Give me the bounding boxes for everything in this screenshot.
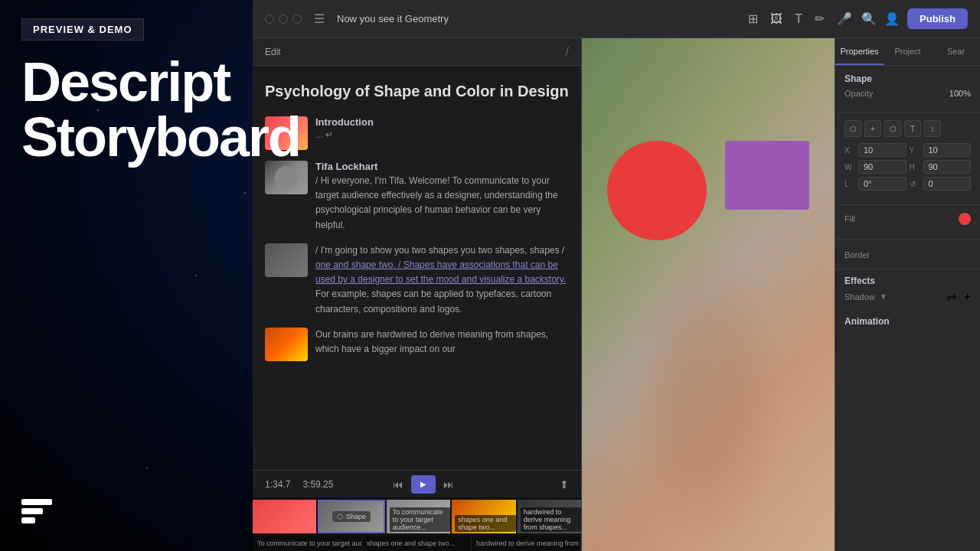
window-dot-minimize[interactable]: [279, 15, 288, 24]
toolbar-slash: /: [566, 45, 569, 59]
transform-grid: X 10 Y 10 W 90 H 90: [844, 143, 971, 191]
user-icon[interactable]: 👤: [884, 11, 900, 26]
right-panel-tabs: Properties Project Sear: [835, 38, 980, 66]
opacity-value: 100%: [949, 89, 971, 98]
fill-row: Fill: [844, 213, 971, 225]
subtitle-1: To communicate to your target audience..…: [253, 536, 362, 551]
w-label: W: [844, 163, 855, 171]
section-label-tifa: Tifa Lockhart: [315, 161, 569, 172]
x-field: X 10: [844, 143, 906, 157]
tab-project[interactable]: Project: [884, 38, 932, 65]
filmstrip-label-5: hardwired to derive meaning from shapes.…: [521, 507, 581, 532]
app-title: Now you see it Geometry: [337, 13, 739, 24]
shape-icon: ⬡: [337, 513, 343, 520]
hamburger-icon[interactable]: ☰: [311, 8, 328, 29]
shadow-chevron[interactable]: ▼: [880, 292, 887, 301]
section-item-shapes: / I'm going to show you two shapes you t…: [265, 243, 569, 317]
timeline-bar: 1:34.7 3:59.25 ⏮ ▶ ⏭ ⬆: [253, 470, 581, 497]
text-icon[interactable]: T: [795, 12, 802, 26]
h-field: H 90: [910, 160, 972, 174]
window-dot-maximize[interactable]: [292, 15, 302, 24]
x-label: X: [844, 146, 855, 155]
shadow-add-icon[interactable]: +: [964, 290, 971, 304]
thumb-brain: [265, 328, 308, 361]
shape-purple-rect[interactable]: [725, 141, 809, 210]
effects-section: Effects Shadow ▼ ⇌ +: [835, 269, 980, 310]
editor-pane: Edit / Psychology of Shape and Color in …: [253, 38, 582, 551]
shadow-adjust-icon[interactable]: ⇌: [946, 289, 956, 304]
play-button[interactable]: ▶: [411, 475, 436, 494]
align-section: ⬡ + ⬡ T ↕ X 10 Y 10: [835, 112, 980, 205]
align-text-btn[interactable]: T: [904, 120, 921, 137]
logo-bar-3: [21, 517, 35, 523]
align-left-btn[interactable]: ⬡: [844, 120, 861, 137]
editor-body[interactable]: Psychology of Shape and Color in Design …: [253, 66, 581, 470]
y-value[interactable]: 10: [923, 143, 972, 157]
fill-section: Fill: [835, 205, 980, 240]
x-value[interactable]: 10: [858, 143, 906, 157]
image-icon[interactable]: 🖼: [770, 12, 782, 26]
draw-icon[interactable]: ✏: [815, 11, 825, 26]
align-center-btn[interactable]: +: [864, 120, 881, 137]
mic-icon[interactable]: 🎤: [837, 11, 852, 26]
subtitle-bar: To communicate to your target audience..…: [253, 536, 581, 551]
y-label: Y: [910, 146, 920, 155]
preview-pane: [582, 38, 835, 551]
r-value[interactable]: 0: [923, 177, 972, 191]
y-field: Y 10: [910, 143, 972, 157]
filmstrip-item-3[interactable]: To communicate to your target audience..…: [387, 500, 450, 533]
shadow-row: Shadow ▼ ⇌ +: [835, 289, 980, 310]
filmstrip-label-4: shapes one and shape two...: [455, 515, 515, 532]
underline-shapes: one and shape two. / Shapes have associa…: [315, 259, 566, 285]
section-text-tifa: Tifa Lockhart / Hi everyone, I'm Tifa. W…: [315, 161, 569, 233]
fill-label: Fill: [844, 214, 855, 223]
shape-label: Shape: [346, 513, 366, 520]
fill-color-swatch[interactable]: [959, 213, 971, 225]
border-section: Border: [835, 240, 980, 269]
opacity-row: Opacity 100%: [844, 89, 971, 98]
shadow-label: Shadow: [844, 292, 875, 302]
publish-button[interactable]: Publish: [907, 8, 968, 29]
filmstrip-item-1[interactable]: [253, 500, 316, 533]
grid-icon[interactable]: ⊞: [748, 11, 758, 26]
window-dot-close[interactable]: [265, 15, 274, 24]
person-silhouette: [632, 243, 785, 551]
left-panel: PREVIEW & DEMO Descript Storyboard: [0, 0, 253, 551]
section-body-tifa: / Hi everyone, I'm Tifa. Welcome! To com…: [315, 174, 569, 233]
align-right-btn[interactable]: ⬡: [884, 120, 901, 137]
section-text-intro: Introduction ... ↵: [315, 116, 569, 143]
doc-title: Psychology of Shape and Color in Design: [265, 81, 569, 101]
section-text-brain: Our brains are hardwired to derive meani…: [315, 328, 569, 357]
toolbar-icons: ⊞ 🖼 T ✏ 🎤: [748, 11, 852, 26]
section-dots-intro: ... ↵: [315, 129, 569, 140]
l-value[interactable]: 0°: [858, 177, 906, 191]
title-bar-right: 🔍 👤 Publish: [861, 8, 968, 29]
l-label: L: [844, 180, 855, 188]
shape-badge: ⬡ Shape: [332, 511, 371, 522]
preview-badge: PREVIEW & DEMO: [21, 18, 144, 41]
section-text-shapes: / I'm going to show you two shapes you t…: [315, 243, 569, 317]
current-time: 1:34.7: [265, 479, 290, 490]
search-icon[interactable]: 🔍: [861, 11, 877, 26]
skip-forward-button[interactable]: ⏭: [443, 478, 454, 491]
expand-icon[interactable]: ⬆: [560, 478, 569, 491]
align-text2-btn[interactable]: ↕: [924, 120, 941, 137]
descript-logo-icon: [21, 493, 58, 530]
skip-back-button[interactable]: ⏮: [393, 478, 403, 491]
section-item-brain: Our brains are hardwired to derive meani…: [265, 328, 569, 361]
animation-label: Animation: [835, 310, 980, 333]
shape-red-circle[interactable]: [607, 141, 707, 240]
w-value[interactable]: 90: [858, 160, 906, 174]
filmstrip-item-4[interactable]: shapes one and shape two...: [452, 500, 515, 533]
section-item-intro: Introduction ... ↵: [265, 116, 569, 150]
big-title: Descript Storyboard: [21, 54, 231, 165]
tab-search[interactable]: Sear: [932, 38, 980, 65]
editor-toolbar: Edit /: [253, 38, 581, 66]
logo-bar-1: [21, 499, 52, 505]
tab-properties[interactable]: Properties: [835, 38, 884, 65]
h-value[interactable]: 90: [923, 160, 972, 174]
shape-title: Shape: [844, 73, 971, 84]
effects-label: Effects: [835, 269, 980, 289]
filmstrip-item-5[interactable]: hardwired to derive meaning from shapes.…: [518, 500, 581, 533]
filmstrip-item-2[interactable]: ⬡ Shape: [318, 500, 384, 533]
